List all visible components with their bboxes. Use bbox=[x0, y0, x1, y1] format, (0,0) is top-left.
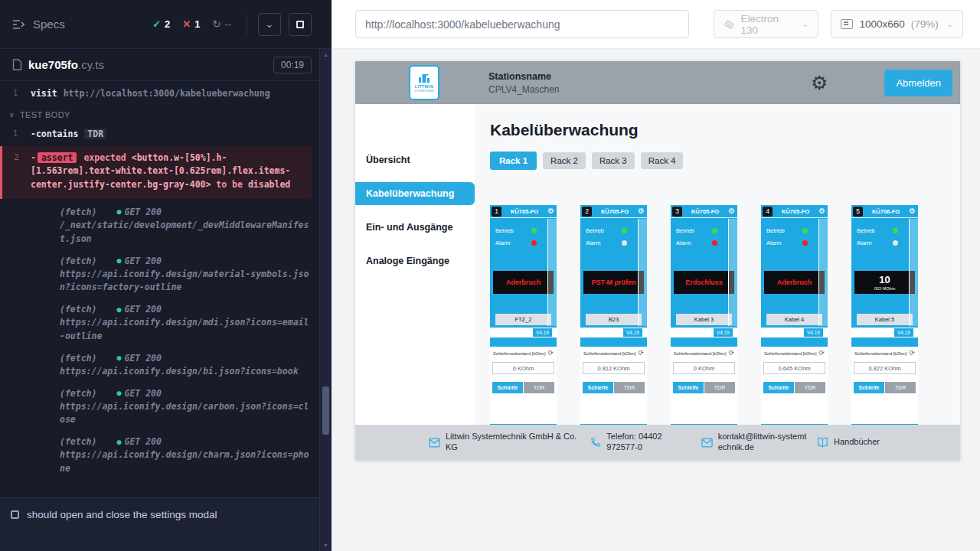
schleife-button[interactable]: Schleife bbox=[492, 382, 523, 393]
logout-button[interactable]: Abmelden bbox=[884, 70, 952, 96]
tab-rack-4[interactable]: Rack 4 bbox=[641, 152, 684, 169]
network-log-fetch[interactable]: (fetch) ●GET 200 https://api.iconify.des… bbox=[0, 383, 312, 432]
device-gear-icon[interactable]: ⚙ bbox=[638, 207, 645, 215]
assert-expected: expected bbox=[78, 152, 131, 163]
device-number: 5 bbox=[853, 207, 863, 217]
sidebar-item-kabelueberwachung[interactable]: Kabelüberwachung bbox=[355, 182, 475, 205]
network-log-fetch[interactable]: (fetch) ●GET 200 /_next/static/developme… bbox=[0, 202, 312, 251]
stat-failed: ✕ 1 bbox=[182, 18, 200, 30]
command-assert-failed[interactable]: 2 -assert expected <button.w-[50%].h-[1.… bbox=[0, 146, 312, 199]
device-gear-icon[interactable]: ⚙ bbox=[818, 207, 825, 215]
resistance-panel: Schleifenwiderstand [kOhm] ⟳ 0.645 KOhm … bbox=[761, 347, 828, 424]
status-display: Erdschluss bbox=[674, 271, 734, 294]
url-input[interactable] bbox=[355, 10, 689, 38]
footer-email[interactable]: kontakt@littwin-systemtechnik.de bbox=[701, 432, 808, 453]
app-main: Kabelüberwachung Rack 1 Rack 2 Rack 3 Ra… bbox=[475, 104, 960, 425]
test-body-toggle[interactable]: ∨ TEST BODY bbox=[0, 103, 312, 125]
resistance-value: 0.645 KOhm bbox=[763, 362, 825, 374]
tdr-button[interactable]: TDR bbox=[885, 382, 916, 393]
tdr-button[interactable]: TDR bbox=[524, 382, 554, 393]
network-log-fetch[interactable]: (fetch) ●GET 200 https://api.iconify.des… bbox=[0, 432, 312, 481]
mail-icon bbox=[429, 438, 440, 448]
alarm-label: Alarm bbox=[676, 240, 691, 246]
viewport-zoom: (79%) bbox=[911, 18, 939, 30]
fetch-status: GET 200 bbox=[125, 256, 162, 266]
scroll-up-icon[interactable]: ▲ bbox=[320, 52, 332, 57]
tdr-button[interactable]: TDR bbox=[704, 382, 735, 393]
refresh-icon[interactable]: ⟳ bbox=[638, 350, 644, 357]
command-contains[interactable]: 1 -containsTDR bbox=[0, 125, 312, 144]
device-gear-icon[interactable]: ⚙ bbox=[909, 207, 916, 215]
network-log-fetch[interactable]: (fetch) ●GET 200 https://api.iconify.des… bbox=[0, 348, 312, 383]
runner-scrollbar[interactable]: ▲ ▼ bbox=[319, 49, 332, 551]
passed-count: 2 bbox=[165, 18, 170, 30]
tab-rack-3[interactable]: Rack 3 bbox=[592, 152, 635, 169]
fetch-status: GET 200 bbox=[125, 388, 162, 399]
chevron-down-icon: ⌄ bbox=[266, 18, 274, 30]
scrollbar-thumb[interactable] bbox=[322, 386, 329, 435]
schleife-button[interactable]: Schleife bbox=[673, 382, 704, 393]
viewport-icon bbox=[841, 19, 853, 29]
network-log-fetch[interactable]: (fetch) ●GET 200 https://api.iconify.des… bbox=[0, 251, 312, 300]
tab-rack-1[interactable]: Rack 1 bbox=[490, 152, 537, 170]
resistance-label: Schleifenwiderstand [kOhm] bbox=[764, 351, 816, 356]
test-stats: ✓ 2 ✕ 1 ↻ -- bbox=[152, 18, 231, 30]
firmware-version: V4.19 bbox=[804, 328, 823, 337]
specs-label[interactable]: Specs bbox=[33, 18, 65, 31]
status-text: Aderbruch bbox=[506, 279, 541, 286]
sidebar-item-uebersicht[interactable]: Übersicht bbox=[355, 148, 475, 171]
settings-gear-icon[interactable]: ⚙ bbox=[811, 73, 828, 93]
version-row: V4.19 bbox=[851, 328, 918, 337]
device-indicator-strip bbox=[638, 219, 647, 326]
sidebar-item-ein-und-ausgaenge[interactable]: Ein- und Ausgänge bbox=[355, 216, 475, 239]
browser-select[interactable]: Electron 130 ⌄ bbox=[714, 10, 819, 38]
status-display: Aderbruch bbox=[764, 271, 825, 294]
resistance-value: 0 KOhm bbox=[673, 362, 735, 374]
betrieb-led bbox=[622, 228, 627, 233]
preview-stage: LITTWIN SYSTEMTECHNIK Stationsname CPLV4… bbox=[332, 49, 980, 551]
resistance-panel: Schleifenwiderstand [kOhm] ⟳ 0.812 KOhm … bbox=[580, 347, 647, 424]
device-gear-icon[interactable]: ⚙ bbox=[728, 207, 735, 215]
network-log-fetch[interactable]: (fetch) ●GET 200 https://api.iconify.des… bbox=[0, 299, 312, 348]
device-gear-icon[interactable]: ⚙ bbox=[547, 207, 554, 215]
refresh-icon[interactable]: ⟳ bbox=[909, 350, 915, 357]
schleife-button[interactable]: Schleife bbox=[763, 382, 794, 393]
device-indicator-strip bbox=[818, 219, 828, 326]
next-test-item[interactable]: should open and close the settings modal bbox=[0, 497, 332, 551]
device-card-2: 2 KÜ705-FO ⚙ Betrieb Alarm PST-M prüfen bbox=[580, 205, 647, 425]
tab-rack-2[interactable]: Rack 2 bbox=[543, 152, 586, 169]
schleife-button[interactable]: Schleife bbox=[583, 382, 613, 393]
stop-tests-button[interactable] bbox=[289, 13, 312, 36]
firmware-version: V4.19 bbox=[533, 328, 552, 337]
rack-tabs: Rack 1 Rack 2 Rack 3 Rack 4 bbox=[490, 152, 960, 170]
specs-menu-icon[interactable] bbox=[12, 19, 25, 30]
scroll-down-icon[interactable]: ▼ bbox=[320, 543, 332, 548]
tdr-button[interactable]: TDR bbox=[795, 382, 825, 393]
tdr-button[interactable]: TDR bbox=[614, 382, 645, 393]
device-model: KÜ705-FO bbox=[592, 208, 638, 215]
viewport-select[interactable]: 1000x660 (79%) ⌄ bbox=[831, 10, 963, 38]
status-display: 10 ISO MOhm bbox=[854, 271, 915, 294]
command-visit[interactable]: 1 visithttp://localhost:3000/kabelueberw… bbox=[0, 84, 312, 103]
cypress-runner-panel: Specs ✓ 2 ✕ 1 ↻ -- ⌄ kue705 bbox=[0, 0, 332, 551]
status-text: PST-M prüfen bbox=[592, 279, 636, 286]
footer-manuals[interactable]: Handbücher bbox=[817, 437, 880, 448]
chevron-down-icon: ⌄ bbox=[802, 19, 808, 29]
command-line-number: 1 bbox=[0, 128, 31, 141]
device-indicator-strip bbox=[547, 219, 557, 326]
betrieb-led bbox=[802, 228, 808, 233]
refresh-icon[interactable]: ⟳ bbox=[547, 350, 554, 357]
sidebar-item-analoge-eingaenge[interactable]: Analoge Eingänge bbox=[355, 249, 475, 272]
footer-phone[interactable]: Telefon: 04402 972577-0 bbox=[590, 432, 692, 453]
iso-unit: ISO MOhm bbox=[874, 286, 896, 291]
refresh-icon[interactable]: ⟳ bbox=[728, 350, 734, 357]
schleife-button[interactable]: Schleife bbox=[854, 382, 884, 393]
cable-name: Kabel 3 bbox=[676, 314, 732, 325]
collapse-log-button[interactable]: ⌄ bbox=[258, 13, 281, 36]
fetch-status: GET 200 bbox=[125, 436, 162, 447]
spec-file-bar[interactable]: kue705fo.cy.ts 00:19 bbox=[0, 49, 332, 81]
app-under-test: LITTWIN SYSTEMTECHNIK Stationsname CPLV4… bbox=[355, 61, 960, 460]
phone-number: Telefon: 04402 972577-0 bbox=[606, 432, 692, 453]
station-label: Stationsname bbox=[488, 71, 560, 82]
refresh-icon[interactable]: ⟳ bbox=[818, 350, 825, 357]
